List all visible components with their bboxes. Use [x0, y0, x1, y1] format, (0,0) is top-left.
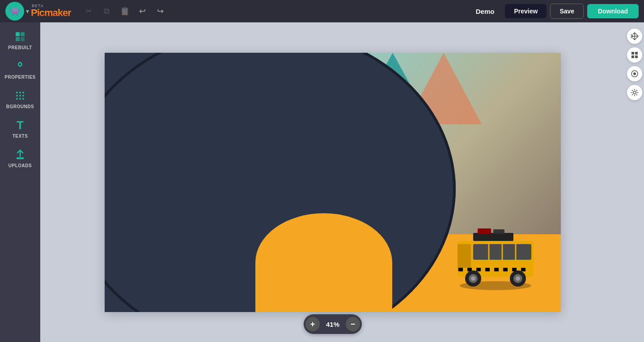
properties-label: PROPERTIES: [4, 75, 35, 80]
svg-rect-42: [525, 268, 530, 271]
redo-button[interactable]: ↪: [153, 4, 168, 18]
canvas-area: + 41% −: [40, 22, 625, 342]
settings-icon: [631, 89, 639, 97]
uploads-icon: [14, 148, 26, 161]
svg-rect-51: [631, 55, 634, 58]
undo-button[interactable]: ↩: [136, 4, 150, 18]
svg-point-55: [633, 91, 636, 94]
texts-label: TEXTS: [13, 134, 28, 139]
svg-point-9: [16, 95, 18, 97]
prebuilt-icon: [14, 30, 26, 43]
logo-area[interactable]: ▾ Beta Picmaker: [5, 2, 71, 21]
app-name: Picmaker: [31, 7, 71, 19]
svg-point-10: [19, 95, 21, 97]
magic-icon: [631, 70, 639, 78]
svg-point-54: [633, 72, 636, 75]
svg-point-12: [16, 98, 18, 100]
canvas-yellow-arch: [255, 213, 392, 312]
right-sidebar: [625, 22, 644, 342]
svg-rect-21: [458, 244, 471, 271]
svg-rect-32: [481, 268, 485, 271]
sidebar-item-texts[interactable]: T TEXTS: [4, 114, 37, 142]
svg-point-45: [471, 276, 475, 281]
svg-rect-18: [478, 228, 491, 234]
sidebar-item-bgrounds[interactable]: BGROUNDS: [4, 85, 37, 113]
zoom-value: 41%: [320, 321, 346, 328]
copy-button[interactable]: ⧉: [100, 4, 114, 18]
svg-point-13: [19, 98, 21, 100]
move-icon: [631, 32, 639, 40]
svg-point-5: [19, 63, 21, 66]
logo-dropdown-arrow[interactable]: ▾: [26, 8, 29, 15]
svg-rect-15: [17, 157, 24, 159]
grid-tool-button[interactable]: [627, 47, 642, 63]
svg-rect-33: [485, 268, 490, 271]
svg-point-11: [22, 95, 24, 97]
sidebar-item-uploads[interactable]: UPLOADS: [4, 144, 37, 172]
svg-rect-34: [490, 268, 494, 271]
svg-rect-37: [503, 268, 508, 271]
preview-button[interactable]: Preview: [505, 4, 547, 18]
bgrounds-icon: [14, 89, 26, 102]
svg-rect-0: [16, 32, 20, 36]
svg-rect-1: [21, 32, 25, 36]
cut-button[interactable]: ✂: [82, 4, 96, 18]
move-tool-button[interactable]: [627, 29, 642, 44]
canvas[interactable]: [105, 53, 561, 312]
svg-rect-50: [635, 52, 638, 55]
paste-button[interactable]: 📋: [118, 4, 132, 18]
svg-rect-49: [631, 52, 634, 55]
svg-rect-19: [493, 229, 504, 234]
zoom-in-button[interactable]: +: [305, 317, 320, 331]
prebuilt-label: PREBUILT: [8, 45, 32, 50]
svg-rect-17: [473, 233, 513, 241]
logo-icon: [5, 2, 24, 21]
svg-point-48: [516, 276, 520, 281]
properties-icon: [14, 60, 26, 72]
svg-rect-52: [635, 55, 638, 58]
svg-rect-41: [521, 268, 525, 271]
svg-rect-31: [476, 268, 481, 271]
left-sidebar: PREBUILT PROPERTIES: [0, 22, 40, 342]
zoom-out-button[interactable]: −: [346, 317, 360, 331]
svg-rect-38: [508, 268, 512, 271]
van-container: [449, 220, 542, 291]
svg-rect-36: [499, 268, 503, 271]
demo-button[interactable]: Demo: [469, 8, 502, 15]
svg-rect-35: [494, 268, 499, 271]
uploads-label: UPLOADS: [8, 163, 32, 168]
texts-icon: T: [14, 119, 26, 131]
save-button[interactable]: Save: [550, 4, 584, 19]
bgrounds-label: BGROUNDS: [6, 104, 34, 109]
van-svg: [449, 220, 542, 291]
svg-rect-27: [458, 268, 463, 271]
svg-point-14: [22, 98, 24, 100]
settings-button[interactable]: [627, 85, 642, 100]
svg-rect-28: [463, 268, 467, 271]
svg-rect-2: [16, 37, 20, 41]
svg-point-8: [22, 92, 24, 93]
svg-point-7: [19, 92, 21, 93]
sidebar-item-properties[interactable]: PROPERTIES: [4, 55, 37, 83]
zoom-controls: + 41% −: [304, 314, 362, 334]
svg-rect-3: [21, 37, 25, 41]
topbar: ▾ Beta Picmaker ✂ ⧉ 📋 ↩ ↪ Demo Preview S…: [0, 0, 644, 22]
svg-point-6: [16, 92, 18, 93]
main-area: PREBUILT PROPERTIES: [0, 22, 644, 342]
logo-text-area: Beta Picmaker: [31, 4, 71, 19]
download-button[interactable]: Download: [587, 4, 639, 18]
magic-tool-button[interactable]: [627, 66, 642, 81]
sidebar-item-prebuilt[interactable]: PREBUILT: [4, 26, 37, 54]
grid-icon: [631, 51, 639, 59]
